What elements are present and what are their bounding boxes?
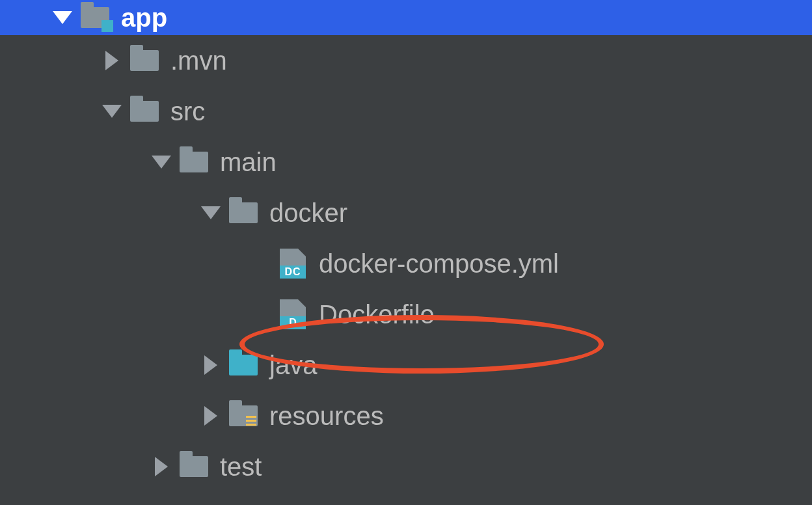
chevron-down-icon[interactable]	[198, 200, 224, 226]
tree-item-label: docker	[269, 198, 347, 228]
tree-item-label: .mvn	[170, 46, 227, 75]
resources-folder-icon	[228, 400, 259, 431]
tree-item-label: docker-compose.yml	[319, 249, 559, 279]
folder-icon	[178, 451, 210, 482]
source-folder-icon	[228, 349, 259, 381]
module-folder-icon	[79, 2, 111, 33]
project-tree: app .mvn src main docker docker-compose.…	[0, 0, 812, 505]
chevron-right-icon[interactable]	[148, 454, 174, 480]
tree-item-src[interactable]: src	[0, 86, 812, 137]
folder-icon	[228, 197, 259, 228]
chevron-right-icon[interactable]	[99, 48, 125, 74]
tree-item-label: src	[170, 97, 205, 126]
dockerfile-icon	[277, 299, 308, 330]
chevron-down-icon[interactable]	[49, 5, 75, 31]
tree-item-app[interactable]: app	[0, 0, 812, 35]
chevron-right-icon[interactable]	[198, 403, 224, 429]
tree-item-label: app	[121, 3, 167, 33]
tree-item-docker-compose[interactable]: docker-compose.yml	[0, 238, 812, 289]
folder-icon	[129, 96, 160, 127]
tree-item-dockerfile[interactable]: Dockerfile	[0, 289, 812, 340]
docker-compose-file-icon	[277, 248, 308, 279]
tree-item-mvn[interactable]: .mvn	[0, 35, 812, 86]
tree-item-label: Dockerfile	[319, 300, 435, 329]
tree-item-test[interactable]: test	[0, 441, 812, 492]
tree-item-main[interactable]: main	[0, 137, 812, 187]
tree-item-label: resources	[269, 402, 384, 431]
tree-item-label: java	[269, 351, 317, 380]
folder-icon	[129, 45, 160, 76]
chevron-down-icon[interactable]	[99, 98, 125, 124]
tree-item-docker[interactable]: docker	[0, 187, 812, 238]
tree-item-label: test	[220, 452, 262, 482]
chevron-right-icon[interactable]	[198, 352, 224, 378]
chevron-down-icon[interactable]	[148, 149, 174, 175]
folder-icon	[178, 146, 210, 178]
tree-item-label: main	[220, 148, 277, 177]
tree-item-resources[interactable]: resources	[0, 390, 812, 441]
tree-item-java[interactable]: java	[0, 340, 812, 390]
